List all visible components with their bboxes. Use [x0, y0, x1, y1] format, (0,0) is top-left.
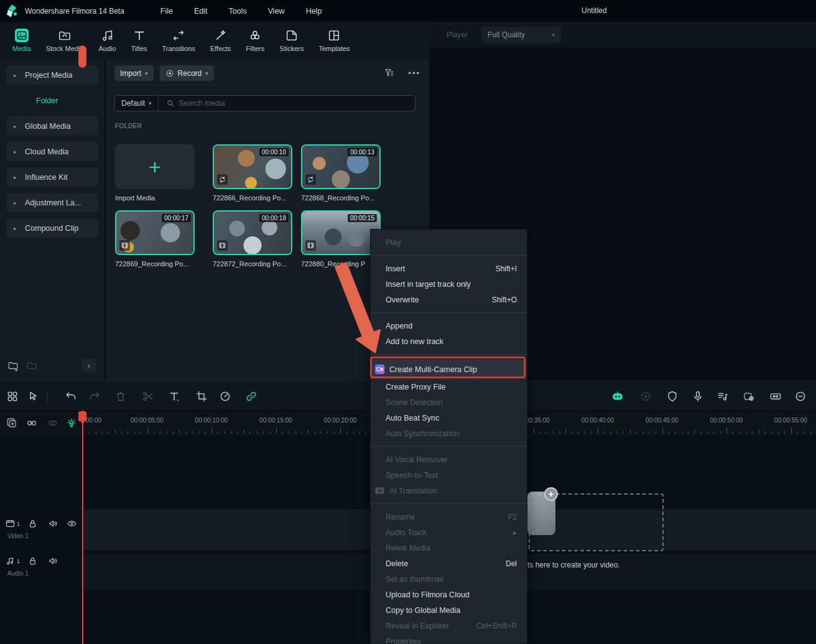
clip-thumbnail[interactable]: 00:00:17 — [115, 210, 195, 255]
media-item-import-media[interactable]: +Import Media — [115, 144, 195, 202]
undo-icon[interactable] — [65, 390, 77, 403]
media-item-722868-recording-po[interactable]: 00:00:13722868_Recording Po... — [301, 144, 381, 202]
render-preview-icon[interactable] — [639, 390, 652, 403]
media-item-722880-recording-p[interactable]: 00:00:15722880_Recording P — [301, 210, 381, 268]
mic-icon[interactable] — [692, 390, 704, 403]
media-item-722866-recording-po[interactable]: 00:00:10722866_Recording Po... — [213, 144, 292, 202]
render-lamp-icon[interactable] — [66, 418, 77, 429]
speaker-icon[interactable] — [48, 518, 58, 529]
menu-item-insert[interactable]: InsertShift+I — [371, 261, 527, 276]
clip-thumbnail[interactable]: 00:00:13 — [301, 144, 381, 189]
media-item-722872-recording-po[interactable]: 00:00:18722872_Recording Po... — [213, 210, 292, 268]
menu-item-create-multi-camera-clip[interactable]: Create Multi-Camera Clip — [371, 360, 527, 379]
more-options-icon[interactable]: ••• — [408, 68, 420, 78]
tab-effects[interactable]: Effects — [210, 29, 231, 52]
new-folder-icon[interactable] — [7, 360, 19, 371]
menubar-item-help[interactable]: Help — [306, 7, 322, 16]
tab-transitions[interactable]: Transitions — [162, 29, 195, 52]
filter-icon[interactable] — [384, 68, 394, 78]
speed-icon[interactable] — [219, 390, 231, 403]
menu-item-add-to-new-track[interactable]: Add to new track — [371, 334, 527, 349]
expand-arrow-icon[interactable]: ▸ — [14, 174, 17, 180]
menu-item-delete[interactable]: DeleteDel — [371, 556, 527, 571]
sidebar-item-global-media[interactable]: ▸Global Media — [6, 116, 98, 136]
filters-icon — [248, 29, 262, 42]
split-icon[interactable] — [142, 390, 154, 403]
tab-templates[interactable]: Templates — [318, 29, 350, 52]
crop-icon[interactable] — [195, 390, 208, 403]
sidebar-item-folder[interactable]: Folder — [6, 91, 98, 110]
tab-media[interactable]: Media — [12, 29, 31, 52]
pointer-icon[interactable] — [27, 390, 40, 403]
track-header-video-1: 1Video 1 — [0, 515, 81, 553]
link-clips-icon[interactable] — [26, 418, 37, 429]
sidebar-item-influence-kit[interactable]: ▸Influence Kit — [6, 167, 98, 187]
playhead-grip[interactable] — [78, 45, 86, 68]
shield-icon[interactable] — [666, 390, 679, 403]
sidebar-item-adjustment-la[interactable]: ▸Adjustment La... — [6, 193, 98, 212]
keyframe-icon[interactable] — [743, 390, 755, 403]
collapse-sidebar-button[interactable]: ‹ — [82, 358, 96, 372]
delete-icon[interactable] — [114, 390, 127, 403]
tab-audio[interactable]: Audio — [99, 29, 116, 52]
tab-stickers[interactable]: Stickers — [279, 29, 304, 52]
menu-item-copy-to-global-media[interactable]: Copy to Global Media — [371, 602, 527, 618]
tab-titles[interactable]: Titles — [131, 29, 147, 52]
expand-arrow-icon[interactable]: ▸ — [14, 149, 17, 155]
sort-dropdown[interactable]: Default ▾ — [115, 96, 159, 111]
clip-thumbnail[interactable]: 00:00:15 — [301, 210, 381, 255]
record-icon — [165, 69, 174, 78]
sidebar-item-cloud-media[interactable]: ▸Cloud Media — [6, 142, 98, 161]
ruler-tick — [707, 431, 708, 434]
expand-arrow-icon[interactable]: ▸ — [14, 123, 17, 129]
clip-thumbnail[interactable]: 00:00:10 — [213, 144, 292, 189]
import-media-tile[interactable]: + — [115, 144, 195, 189]
sidebar-item-compound-clip[interactable]: ▸Compound Clip — [6, 218, 98, 238]
ruler-timecode: 00:00:55:00 — [769, 417, 814, 424]
menu-item-upload-to-filmora-cloud[interactable]: Upload to Filmora Cloud — [371, 587, 527, 602]
media-item-722869-recording-po[interactable]: 00:00:17722869_Recording Po... — [115, 210, 195, 268]
eye-icon[interactable] — [67, 518, 77, 529]
menubar-item-tools[interactable]: Tools — [229, 7, 247, 16]
expand-arrow-icon[interactable]: ▸ — [14, 200, 17, 206]
duplicate-icon[interactable] — [6, 418, 17, 429]
menu-item-create-proxy-file[interactable]: Create Proxy File — [371, 379, 527, 394]
menu-item-insert-in-target-track-only[interactable]: Insert in target track only — [371, 276, 527, 292]
ruler-tick — [244, 429, 244, 434]
ai-translation-icon — [374, 485, 385, 496]
sidebar-item-project-media[interactable]: ▸Project Media — [6, 65, 98, 85]
fit-timeline-icon[interactable] — [769, 390, 782, 403]
expand-arrow-icon[interactable]: ▸ — [14, 72, 17, 78]
lock-icon[interactable] — [27, 556, 38, 566]
import-button[interactable]: Import ▾ — [114, 65, 154, 81]
menu-item-auto-beat-sync[interactable]: Auto Beat Sync — [371, 410, 527, 426]
clip-thumbnail[interactable]: 00:00:18 — [213, 210, 292, 255]
lock-icon[interactable] — [27, 518, 38, 529]
playback-quality-dropdown[interactable]: Full Quality ▾ — [481, 27, 561, 43]
playhead-line[interactable] — [82, 411, 83, 644]
ruler-tick — [534, 427, 534, 434]
menu-item-auto-synchronization: Auto Synchronization — [371, 426, 527, 441]
redo-icon[interactable] — [88, 390, 101, 403]
ripple-icon[interactable] — [47, 418, 58, 429]
expand-arrow-icon[interactable]: ▸ — [14, 225, 17, 231]
menubar-item-file[interactable]: File — [160, 7, 173, 16]
search-input[interactable] — [179, 99, 415, 108]
ruler-timecode: 00:00:50:00 — [704, 417, 749, 424]
track-manager-icon[interactable] — [6, 390, 19, 403]
text-tool-icon[interactable] — [168, 390, 180, 403]
playhead-handle[interactable] — [78, 411, 86, 421]
zoom-out-icon[interactable] — [794, 390, 807, 403]
speaker-icon[interactable] — [48, 556, 58, 566]
delete-folder-icon[interactable] — [26, 360, 37, 371]
tab-filters[interactable]: Filters — [246, 29, 264, 52]
record-button[interactable]: Record ▾ — [160, 65, 214, 81]
menu-item-overwrite[interactable]: OverwriteShift+O — [371, 292, 527, 307]
menubar-item-edit[interactable]: Edit — [194, 7, 208, 16]
beat-icon[interactable] — [716, 390, 729, 403]
menu-item-append[interactable]: Append — [371, 318, 527, 334]
menubar-item-view[interactable]: View — [268, 7, 285, 16]
link-icon[interactable] — [245, 390, 257, 403]
ai-copilot-icon[interactable] — [611, 390, 624, 403]
menu-divider — [371, 354, 527, 355]
